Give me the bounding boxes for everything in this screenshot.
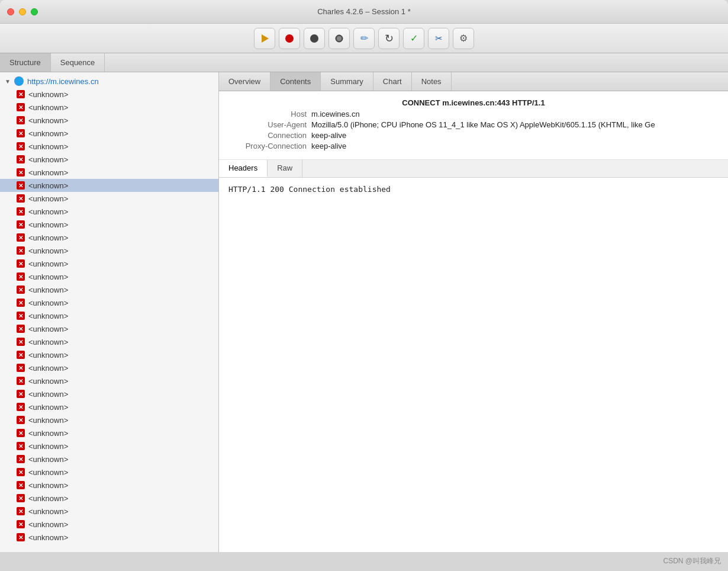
tab-sequence[interactable]: Sequence — [51, 53, 105, 72]
item-label: <unknown> — [28, 403, 68, 412]
settings-button[interactable]: ⚙ — [453, 28, 474, 49]
list-item[interactable]: ✕ <unknown> — [0, 127, 218, 140]
list-item[interactable]: ✕ <unknown> — [0, 492, 218, 505]
svg-point-1 — [285, 34, 294, 43]
host-label: https://m.icewines.cn — [27, 77, 99, 86]
tools-button[interactable]: ✂ — [428, 28, 449, 49]
sidebar[interactable]: ▼ https://m.icewines.cn ✕ <unknown> ✕ <u… — [0, 72, 219, 552]
error-icon: ✕ — [17, 338, 25, 346]
error-icon: ✕ — [17, 507, 25, 515]
tab-notes[interactable]: Notes — [412, 72, 452, 91]
list-item[interactable]: ✕ <unknown> — [0, 466, 218, 479]
error-icon: ✕ — [17, 403, 25, 411]
list-item[interactable]: ✕ <unknown> — [0, 101, 218, 114]
list-item[interactable]: ✕ <unknown> — [0, 218, 218, 231]
item-label: <unknown> — [28, 233, 68, 242]
list-item[interactable]: ✕ <unknown> — [0, 413, 218, 426]
minimize-button[interactable] — [19, 8, 26, 15]
refresh-button[interactable]: ↻ — [378, 28, 400, 49]
error-icon: ✕ — [17, 233, 25, 242]
list-item[interactable]: ✕ <unknown> — [0, 231, 218, 244]
error-icon: ✕ — [17, 90, 25, 98]
connection-row: Connection keep-alive — [228, 131, 719, 140]
edit-button[interactable]: ✏ — [353, 28, 375, 49]
tab-structure[interactable]: Structure — [0, 53, 51, 72]
maximize-button[interactable] — [31, 8, 38, 15]
list-item[interactable]: ✕ <unknown> — [0, 518, 218, 531]
sub-tab-headers[interactable]: Headers — [219, 160, 268, 177]
list-item[interactable]: ✕ <unknown> — [0, 335, 218, 348]
tab-chart[interactable]: Chart — [373, 72, 412, 91]
svg-point-2 — [310, 34, 318, 43]
error-icon: ✕ — [17, 116, 25, 124]
error-icon: ✕ — [17, 533, 25, 541]
sidebar-host-item[interactable]: ▼ https://m.icewines.cn — [0, 75, 218, 88]
list-item[interactable]: ✕ <unknown> — [0, 205, 218, 218]
list-item[interactable]: ✕ <unknown> — [0, 140, 218, 153]
close-button[interactable] — [7, 8, 14, 15]
item-label: <unknown> — [28, 533, 68, 542]
item-label: <unknown> — [28, 429, 68, 438]
error-icon: ✕ — [17, 442, 25, 450]
host-value: m.icewines.cn — [311, 110, 360, 118]
tab-contents[interactable]: Contents — [270, 72, 321, 91]
list-item[interactable]: ✕ <unknown> — [0, 505, 218, 518]
item-label: <unknown> — [28, 286, 68, 294]
error-icon: ✕ — [17, 194, 25, 203]
proxy-connection-row: Proxy-Connection keep-alive — [228, 142, 719, 150]
main-layout: ▼ https://m.icewines.cn ✕ <unknown> ✕ <u… — [0, 72, 728, 552]
error-icon: ✕ — [17, 299, 25, 307]
list-item[interactable]: ✕ <unknown> — [0, 309, 218, 322]
list-item[interactable]: ✕ <unknown> — [0, 348, 218, 361]
item-label: <unknown> — [28, 468, 68, 477]
sub-tab-raw[interactable]: Raw — [268, 160, 302, 177]
list-item[interactable]: ✕ <unknown> — [0, 479, 218, 492]
list-item[interactable]: ✕ <unknown> — [0, 257, 218, 270]
response-status: HTTP/1.1 200 Connection established — [228, 185, 391, 194]
list-item[interactable]: ✕ <unknown> — [0, 192, 218, 205]
list-item-selected[interactable]: ✕ <unknown> — [0, 179, 218, 192]
list-item[interactable]: ✕ <unknown> — [0, 440, 218, 453]
throttle-button[interactable] — [304, 28, 325, 49]
item-label: <unknown> — [28, 338, 68, 347]
item-label: <unknown> — [28, 416, 68, 425]
stop-button[interactable] — [279, 28, 300, 49]
list-item[interactable]: ✕ <unknown> — [0, 283, 218, 296]
error-icon: ✕ — [17, 272, 25, 281]
item-label: <unknown> — [28, 494, 68, 503]
error-icon: ✕ — [17, 246, 25, 255]
confirm-button[interactable]: ✓ — [403, 28, 424, 49]
list-item[interactable]: ✕ <unknown> — [0, 400, 218, 413]
item-label: <unknown> — [28, 507, 68, 516]
app-title: Charles 4.2.6 – Session 1 * — [317, 7, 411, 16]
item-label: <unknown> — [28, 364, 68, 373]
list-item[interactable]: ✕ <unknown> — [0, 322, 218, 335]
list-item[interactable]: ✕ <unknown> — [0, 270, 218, 283]
list-item[interactable]: ✕ <unknown> — [0, 426, 218, 440]
record-button[interactable] — [254, 28, 275, 49]
list-item[interactable]: ✕ <unknown> — [0, 387, 218, 400]
breakpoint-button[interactable] — [328, 28, 350, 49]
tab-overview[interactable]: Overview — [219, 72, 270, 91]
breakpoint-icon — [334, 34, 344, 43]
list-item[interactable]: ✕ <unknown> — [0, 88, 218, 101]
user-agent-row: User-Agent Mozilla/5.0 (iPhone; CPU iPho… — [228, 120, 719, 129]
list-item[interactable]: ✕ <unknown> — [0, 153, 218, 166]
host-key: Host — [228, 110, 311, 118]
item-label: <unknown> — [28, 142, 68, 151]
list-item[interactable]: ✕ <unknown> — [0, 114, 218, 127]
error-icon: ✕ — [17, 351, 25, 359]
list-item[interactable]: ✕ <unknown> — [0, 166, 218, 179]
list-item[interactable]: ✕ <unknown> — [0, 361, 218, 374]
error-icon: ✕ — [17, 416, 25, 424]
list-item[interactable]: ✕ <unknown> — [0, 296, 218, 309]
error-icon: ✕ — [17, 520, 25, 528]
list-item[interactable]: ✕ <unknown> — [0, 244, 218, 257]
tab-summary[interactable]: Summary — [321, 72, 373, 91]
list-item[interactable]: ✕ <unknown> — [0, 531, 218, 544]
list-item[interactable]: ✕ <unknown> — [0, 453, 218, 466]
sub-tabs: Headers Raw — [219, 160, 728, 178]
stop-icon — [285, 34, 294, 43]
item-label: <unknown> — [28, 207, 68, 216]
list-item[interactable]: ✕ <unknown> — [0, 374, 218, 387]
